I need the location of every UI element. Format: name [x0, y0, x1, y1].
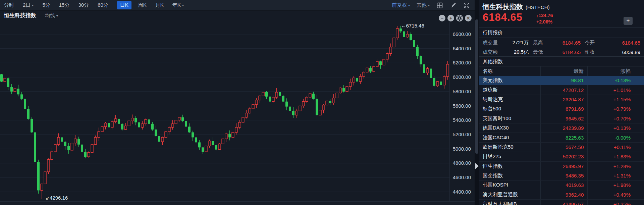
index-change: +1.31%: [587, 173, 644, 178]
period-tab[interactable]: 月K: [155, 2, 164, 8]
ma-dropdown[interactable]: 均线 ▾: [45, 12, 58, 19]
close-icon[interactable]: ✕: [465, 15, 472, 21]
index-row[interactable]: 澳大利亚普通股 9362.40 +0.49%: [479, 190, 644, 200]
candle: [168, 127, 170, 132]
index-row[interactable]: 国企指数 9486.35 +1.31%: [479, 171, 644, 181]
high-annotation: ←6715.46: [401, 23, 424, 29]
candle: [249, 109, 251, 113]
instrument-symbol: (HSTECH): [526, 4, 550, 10]
candle: [165, 132, 167, 137]
index-row[interactable]: 纳斯达克 23204.87 +1.15%: [479, 95, 644, 104]
candle: [218, 144, 221, 150]
index-last: 50202.23: [540, 154, 587, 159]
index-row[interactable]: 韩国KOSPI 4019.63 +1.98%: [479, 181, 644, 190]
candle: [121, 124, 123, 130]
period-tab[interactable]: 2日▾: [23, 2, 34, 8]
index-row[interactable]: 恒生指数 26495.97 +1.28%: [479, 162, 644, 171]
period-tab[interactable]: 30分: [78, 2, 89, 8]
candle: [104, 123, 107, 127]
quote-label: 最高: [533, 40, 550, 46]
indices-table: 美元指数 98.81 -0.13% 道琼斯 47207.12 +1.01% 纳斯…: [479, 76, 644, 205]
candle: [135, 118, 137, 122]
index-change: +0.13%: [587, 125, 644, 131]
candle: [296, 111, 298, 115]
header-change: 涨幅: [587, 68, 644, 74]
index-name: 澳大利亚普通股: [479, 192, 540, 198]
adjust-mode-dropdown[interactable]: 前复权 ▾: [392, 2, 410, 8]
candle: [24, 99, 26, 109]
candle: [138, 122, 140, 127]
candle: [131, 118, 133, 121]
index-row[interactable]: 欧洲斯托克50 5674.50 +0.11%: [479, 143, 644, 152]
candle: [54, 145, 56, 152]
candle: [359, 76, 362, 82]
gear-icon[interactable]: [456, 15, 463, 21]
layout-grid-icon[interactable]: [436, 2, 443, 9]
index-row[interactable]: 标普500 6791.69 +0.79%: [479, 104, 644, 114]
add-to-watchlist-button[interactable]: +: [624, 17, 633, 25]
y-axis-tick: 5800.00: [453, 89, 471, 94]
index-last: 9362.40: [540, 192, 587, 198]
index-row[interactable]: 德国DAX30 24239.89 +0.13%: [479, 123, 644, 133]
period-tab[interactable]: 60分: [98, 2, 108, 8]
last-price: 6184.65: [483, 11, 523, 23]
index-row[interactable]: 道琼斯 47207.12 +1.01%: [479, 85, 644, 95]
chevron-down-icon: ▾: [428, 3, 430, 7]
candle: [61, 137, 63, 142]
index-row[interactable]: 美元指数 98.81 -0.13%: [479, 76, 644, 85]
period-tab[interactable]: 周K: [138, 2, 147, 8]
other-dropdown[interactable]: 其他 ▾: [417, 2, 430, 8]
index-last: 6791.69: [540, 106, 587, 112]
index-change: +1.83%: [587, 154, 644, 159]
quote-label: 成交量: [483, 40, 507, 46]
candle: [185, 121, 187, 126]
period-tab[interactable]: 日K: [117, 1, 131, 9]
candle: [363, 72, 365, 76]
drawing-brush-icon[interactable]: [450, 2, 457, 9]
candle: [285, 102, 288, 107]
panel-collapse-handle[interactable]: [475, 163, 479, 169]
candle: [178, 117, 180, 120]
quote-label: 昨收: [585, 49, 602, 55]
panel-scroll-strip: [475, 0, 479, 205]
index-change: +0.79%: [587, 106, 644, 112]
candle: [41, 184, 43, 190]
candle: [420, 56, 422, 64]
candle: [212, 141, 214, 145]
period-tab[interactable]: 年K▾: [172, 2, 184, 8]
other-label: 其他: [417, 2, 427, 8]
candle: [81, 145, 83, 152]
zoom-out-icon[interactable]: −: [439, 15, 445, 21]
period-tab[interactable]: 分时: [4, 2, 14, 8]
index-name: 国企指数: [479, 172, 540, 179]
candle: [376, 61, 378, 66]
zoom-in-icon[interactable]: +: [447, 15, 454, 21]
candle: [436, 82, 439, 86]
candle: [74, 139, 76, 143]
scrollbar-thumb[interactable]: [475, 19, 478, 154]
candle: [289, 107, 291, 111]
candle: [108, 123, 110, 127]
period-tab[interactable]: 15分: [59, 2, 70, 8]
index-name: 韩国KOSPI: [479, 182, 540, 188]
candle: [312, 94, 315, 99]
index-row[interactable]: 法国CAC40 8225.63 -0.00%: [479, 133, 644, 142]
index-row[interactable]: 英国富时100 9645.62 +0.70%: [479, 114, 644, 123]
quote-value: 20.5亿: [507, 49, 529, 55]
instrument-name: 恒生科技指数: [483, 2, 523, 11]
period-tab[interactable]: 5分: [42, 2, 50, 8]
index-change: +0.11%: [587, 144, 644, 150]
quote-label: 成交额: [483, 49, 507, 55]
candle: [336, 93, 338, 98]
candle: [215, 145, 217, 150]
candle: [118, 119, 120, 124]
candle: [255, 100, 258, 104]
index-row[interactable]: 富时意大利MIB 42486.67 +0.25%: [479, 200, 644, 205]
index-row[interactable]: 日经225 50202.23 +1.83%: [479, 152, 644, 161]
candle: [406, 34, 409, 37]
fullscreen-icon[interactable]: [463, 2, 470, 9]
toolbar-right: 前复权 ▾ 其他 ▾: [392, 2, 475, 9]
low-annotation: ↙4296.16: [46, 195, 68, 201]
candlestick-chart[interactable]: 6600.006400.006200.006000.005800.005600.…: [0, 0, 475, 205]
candle: [403, 31, 405, 37]
